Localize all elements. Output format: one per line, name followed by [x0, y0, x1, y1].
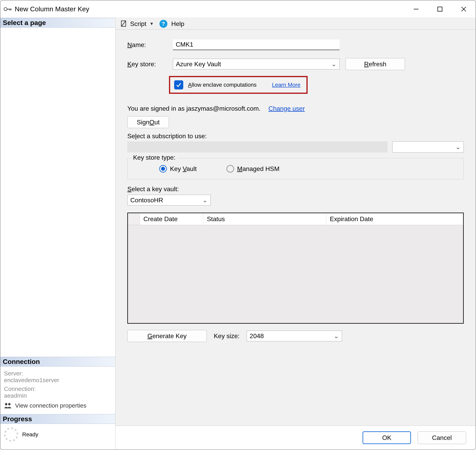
progress-body: Ready [0, 424, 115, 450]
radio-key-vault[interactable]: Key Vault [159, 165, 197, 172]
name-label: Name: [127, 41, 173, 49]
script-icon [120, 20, 128, 28]
key-icon [4, 6, 12, 12]
svg-rect-2 [10, 9, 10, 11]
people-icon [4, 403, 12, 409]
connection-info: Server: enclavedemo1server Connection: a… [0, 367, 115, 414]
chevron-down-icon: ⌄ [331, 60, 337, 68]
script-dropdown-icon[interactable]: ▼ [149, 21, 154, 26]
keysize-label: Key size: [214, 332, 240, 340]
sign-out-button[interactable]: Sign Out [127, 116, 169, 128]
help-button[interactable]: Help [171, 20, 184, 28]
chevron-down-icon: ⌄ [455, 143, 461, 151]
generate-key-button[interactable]: Generate Key [127, 330, 207, 342]
radio-managed-hsm-label: Managed HSM [237, 165, 280, 172]
name-input[interactable] [173, 40, 339, 50]
script-button[interactable]: Script [130, 20, 146, 28]
radio-managed-hsm[interactable]: Managed HSM [226, 165, 280, 172]
minimize-button[interactable] [404, 0, 428, 18]
col-expiration-date[interactable]: Expiration Date [326, 213, 463, 225]
window-title: New Column Master Key [15, 5, 89, 13]
svg-rect-5 [438, 7, 442, 11]
keystore-type-legend: Key store type: [131, 154, 177, 161]
keysize-select[interactable]: 2048 ⌄ [247, 331, 342, 341]
toolbar: Script ▼ ? Help [115, 18, 476, 30]
view-props-label: View connection properties [15, 402, 86, 409]
view-connection-properties[interactable]: View connection properties [4, 402, 112, 409]
connection-label: Connection: [4, 385, 112, 392]
maximize-button[interactable] [428, 0, 452, 18]
row-selector-header [128, 213, 140, 225]
connection-header: Connection [0, 357, 115, 367]
sidebar: Select a page Connection Server: enclave… [0, 18, 115, 450]
spinner-icon [4, 427, 18, 442]
radio-unselected-icon [226, 165, 234, 172]
allow-enclave-checkbox[interactable] [174, 80, 183, 89]
dialog-window: New Column Master Key Select a page Conn… [0, 0, 476, 450]
form: Name: Key store: Azure Key Vault ⌄ Refre… [115, 30, 476, 346]
keyvault-select[interactable]: ContosoHR ⌄ [127, 195, 211, 206]
keystore-type-group: Key store type: Key Vault Managed HSM [127, 158, 464, 179]
dialog-footer: OK Cancel [115, 426, 476, 450]
svg-point-8 [5, 403, 7, 405]
chevron-down-icon: ⌄ [333, 332, 339, 340]
titlebar: New Column Master Key [0, 0, 476, 18]
svg-point-9 [8, 403, 11, 405]
subscription-label: Select a subscription to use: [127, 132, 464, 140]
radio-selected-icon [159, 165, 167, 172]
change-user-link[interactable]: Change user [268, 105, 305, 112]
help-icon: ? [160, 20, 167, 28]
subscription-bar [127, 142, 387, 153]
keysize-value: 2048 [250, 332, 264, 340]
col-status[interactable]: Status [203, 213, 326, 225]
select-page-header: Select a page [0, 18, 115, 28]
radio-key-vault-label: Key Vault [170, 165, 197, 172]
close-button[interactable] [452, 0, 476, 18]
svg-point-0 [4, 7, 7, 11]
keys-table: Create Date Status Expiration Date [127, 213, 464, 324]
chevron-down-icon: ⌄ [202, 196, 208, 204]
keystore-label: Key store: [127, 60, 173, 68]
page-list [0, 28, 115, 357]
main-panel: Script ▼ ? Help Name: Key store: Azure K… [115, 18, 476, 450]
allow-enclave-label: Allow enclave computations [188, 82, 257, 88]
window-buttons [404, 0, 476, 18]
progress-header: Progress [0, 414, 115, 424]
server-value: enclavedemo1server [4, 377, 112, 384]
learn-more-link[interactable]: Learn More [272, 82, 300, 88]
connection-value: aeadmin [4, 392, 112, 399]
col-create-date[interactable]: Create Date [140, 213, 203, 225]
ok-button[interactable]: OK [363, 431, 411, 444]
enclave-highlight: Allow enclave computations Learn More [169, 76, 308, 94]
subscription-select[interactable]: ⌄ [392, 142, 464, 153]
select-keyvault-label: Select a key vault: [127, 185, 464, 193]
keystore-select[interactable]: Azure Key Vault ⌄ [173, 59, 339, 69]
cancel-button[interactable]: Cancel [418, 431, 466, 444]
keystore-value: Azure Key Vault [176, 60, 221, 68]
keyvault-value: ContosoHR [130, 196, 163, 204]
signed-in-text: You are signed in as jaszymas@microsoft.… [127, 105, 261, 112]
progress-status: Ready [22, 431, 38, 438]
svg-rect-3 [11, 9, 12, 10]
table-header: Create Date Status Expiration Date [128, 213, 463, 225]
refresh-button[interactable]: Refresh [345, 58, 405, 70]
server-label: Server: [4, 370, 112, 377]
